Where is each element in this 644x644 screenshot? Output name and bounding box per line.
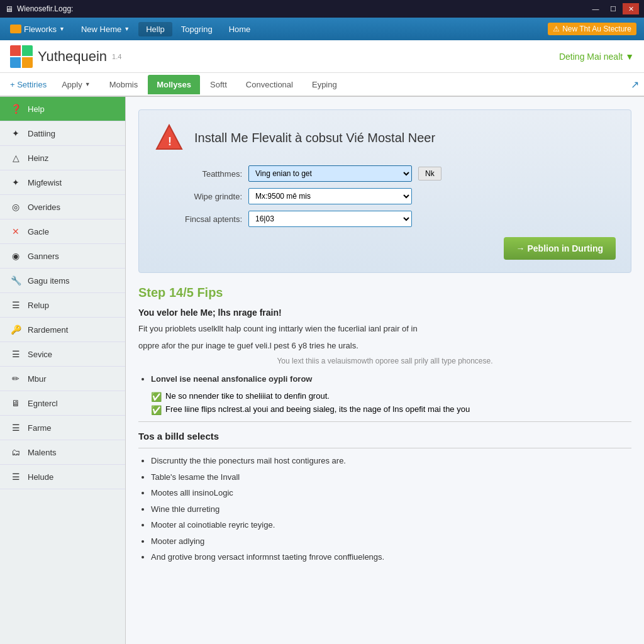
check-item-1: ✅ Free liine flips nclrest.al youi and b… (138, 404, 631, 415)
step-desc-line2: oppre afor the pur inage te guef veli.l … (138, 340, 631, 353)
sidebar-item-helude-label: Helude (28, 472, 53, 482)
sidebar-item-malents-label: Malents (28, 448, 57, 457)
fleworks-label: Fleworks (24, 25, 57, 34)
sidebar-item-heinz[interactable]: △ Heinz (0, 146, 125, 170)
sidebar-item-ganners-label: Ganners (28, 252, 59, 261)
sub-bullet-list: Discruntty the thie ponecturs mail host … (138, 455, 631, 564)
tab-mollyses[interactable]: Mollyses (148, 75, 200, 94)
bullet-item-2: Mootes alll insinoLogic (151, 487, 631, 499)
teatthmes-select[interactable]: Ving enian to get (248, 165, 412, 182)
svg-text:!: ! (168, 135, 172, 148)
dattiing-icon: ✦ (10, 128, 21, 139)
fincsalaptents-select[interactable]: 16|03 (248, 211, 412, 227)
heinz-icon: △ (10, 152, 21, 164)
sidebar-item-migfewist[interactable]: ✦ Migfewist (0, 170, 125, 195)
migfewist-icon: ✦ (10, 177, 21, 188)
user-arrow: ▼ (625, 52, 634, 62)
hellp-label: Hellp (146, 25, 165, 34)
menu-item-hellp[interactable]: Hellp (138, 22, 172, 36)
sidebar-item-egntercl[interactable]: 🖥 Egntercl (0, 391, 125, 416)
window-title: Wienosefir.Logg: (17, 4, 73, 13)
title-bar: 🖥 Wienosefir.Logg: — ☐ ✕ (0, 0, 644, 18)
sidebar-item-ganners[interactable]: ◉ Ganners (0, 244, 125, 269)
sidebar-item-gagu-items[interactable]: 🔧 Gagu items (0, 269, 125, 293)
tab-softt[interactable]: Softt (201, 75, 236, 94)
sidebar-item-rardement[interactable]: 🔑 Rardement (0, 318, 125, 342)
main-layout: ❓ Help ✦ Dattiing △ Heinz ✦ Migfewist ◎ … (0, 97, 644, 644)
action-button[interactable]: → Peblion in Durting (504, 237, 616, 260)
notification-badge[interactable]: ⚠ New Tht Au Stecture (548, 23, 636, 35)
sidebar-item-heinz-label: Heinz (28, 153, 48, 163)
step-main-text: You velor hele Me; lhs nrage frain! (138, 308, 631, 318)
menu-item-fleworks[interactable]: Fleworks ▼ (3, 22, 72, 36)
rardement-icon: 🔑 (10, 324, 21, 335)
tab-overflow-arrow[interactable]: ↗ (631, 79, 639, 91)
install-card-title: Install Me Flevalit à cobsut Vié Mostal … (194, 131, 435, 145)
sidebar-item-relup-label: Relup (28, 301, 49, 310)
sidebar-item-gacle[interactable]: ✕ Gacle (0, 219, 125, 244)
step-desc-line1: Fit you prioblets uselkllt halp count in… (138, 323, 631, 336)
check-item-label-1: Free liine flips nclrest.al youi and bee… (165, 404, 470, 414)
teatthmes-button[interactable]: Nk (418, 167, 441, 180)
help-icon: ❓ (10, 103, 21, 114)
tab-eyping-label: Eyping (312, 80, 337, 89)
sidebar-item-mbur[interactable]: ✏ Mbur (0, 367, 125, 391)
step-section: Step 14/5 Fips You velor hele Me; lhs nr… (126, 286, 644, 582)
sidebar-item-sevice[interactable]: ☰ Sevice (0, 342, 125, 367)
check-item-label-0: Ne so nnender tike to sheliiiat to denfi… (165, 391, 330, 401)
sidebar-item-sevice-label: Sevice (28, 350, 52, 359)
field-label-fincsalaptents: Fincsal aptents: (154, 214, 242, 224)
maximize-button[interactable]: ☐ (605, 3, 621, 14)
ganners-icon: ◉ (10, 250, 21, 262)
tab-softt-label: Softt (210, 80, 227, 89)
sidebar-item-dattiing-label: Dattiing (28, 129, 55, 138)
sidebar-item-help[interactable]: ❓ Help (0, 97, 125, 121)
step-title: Step 14/5 Fips (138, 286, 631, 300)
warning-icon: ⚠ (553, 25, 560, 33)
sidebar-item-overides[interactable]: ◎ Overides (0, 195, 125, 219)
menu-item-newheme[interactable]: New Heme ▼ (74, 22, 137, 36)
notification-text: New Tht Au Stecture (562, 25, 631, 33)
minimize-button[interactable]: — (587, 3, 604, 14)
content-area: ! Install Me Flevalit à cobsut Vié Mosta… (126, 97, 644, 644)
tab-convectional[interactable]: Convectional (237, 75, 302, 94)
user-info[interactable]: Deting Mai nealt ▼ (559, 52, 634, 62)
mbur-icon: ✏ (10, 373, 21, 384)
wipegrindte-select[interactable]: Mx:9500 mê mis (248, 188, 412, 204)
fleworks-arrow: ▼ (59, 26, 65, 32)
form-row-fincsalaptents: Fincsal aptents: 16|03 (154, 211, 616, 227)
tab-mobmis[interactable]: Mobmis (101, 75, 147, 94)
tab-eyping[interactable]: Eyping (303, 75, 346, 94)
gagu-items-icon: 🔧 (10, 275, 21, 286)
tab-convectional-label: Convectional (246, 80, 293, 89)
topgring-label: Topgring (181, 25, 213, 34)
sidebar-item-malents[interactable]: 🗂 Malents (0, 440, 125, 465)
sidebar-item-helude[interactable]: ☰ Helude (0, 465, 125, 489)
check-item-0: ✅ Ne so nnender tike to sheliiiat to den… (138, 391, 631, 402)
tab-bar: + Settiries Apply ▼ Mobmis Mollyses Soft… (0, 73, 644, 97)
sidebar-item-relup[interactable]: ☰ Relup (0, 293, 125, 318)
egntercl-icon: 🖥 (10, 397, 21, 409)
menu-bar: Fleworks ▼ New Heme ▼ Hellp Topgring Hom… (0, 18, 644, 40)
sidebar-item-dattiing[interactable]: ✦ Dattiing (0, 121, 125, 146)
logo-icon (10, 45, 33, 68)
section-heading: Tos a billd selects (138, 431, 631, 441)
sidebar-item-rardement-label: Rardement (28, 325, 68, 335)
bullet-item-5: Mooter adlying (151, 535, 631, 548)
bullet-item-1: Table's lesame the Invall (151, 471, 631, 484)
tab-apply[interactable]: Apply ▼ (53, 75, 99, 94)
bullet-item-6: And grotive brong versact informnst taet… (151, 551, 631, 564)
tab-mollyses-label: Mollyses (157, 80, 191, 89)
sidebar-item-gacle-label: Gacle (28, 227, 49, 236)
form-row-teatthmes: Teatthmes: Ving enian to get Nk (154, 165, 616, 182)
farme-icon: ☰ (10, 422, 21, 433)
sidebar-item-farme[interactable]: ☰ Farme (0, 416, 125, 440)
tab-add-label: + Settiries (10, 80, 47, 89)
close-button[interactable]: ✕ (623, 3, 639, 14)
bullet-item-3: Wine thle durreting (151, 503, 631, 516)
step-note: You lext thiis a velauismowth oporee sal… (138, 357, 631, 365)
menu-item-topgring[interactable]: Topgring (174, 22, 220, 36)
newheme-arrow: ▼ (124, 26, 130, 32)
tab-add-settiries[interactable]: + Settiries (5, 77, 52, 92)
menu-item-home[interactable]: Home (221, 22, 258, 36)
